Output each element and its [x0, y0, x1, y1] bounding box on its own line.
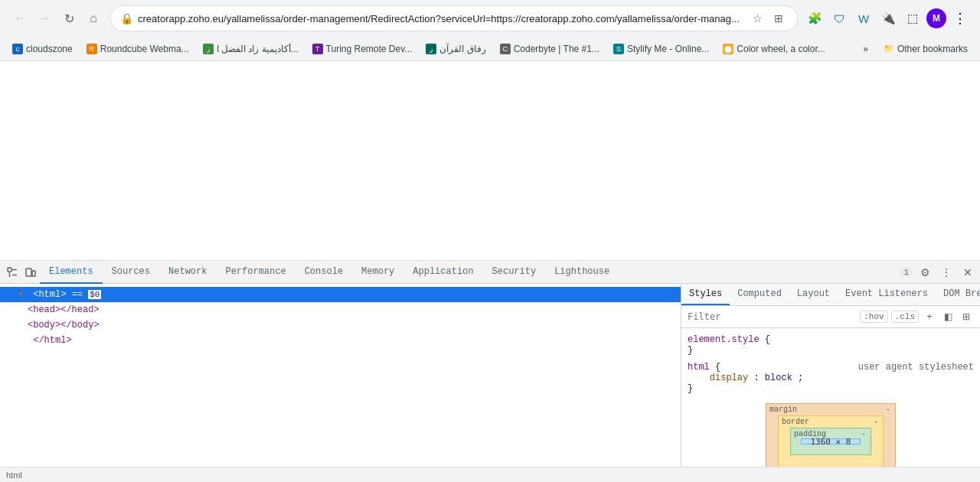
filter-input[interactable] [688, 311, 855, 322]
address-bar-container: 🔒 ☆ ⊞ [110, 5, 798, 31]
dom-line-head[interactable]: <head></head> [0, 302, 681, 318]
forward-button[interactable]: → [34, 8, 55, 29]
favicon-zad: ز [203, 44, 214, 54]
bookmark-label: Color wheel, a color... [737, 44, 825, 54]
back-button[interactable]: ← [9, 8, 31, 29]
tab-application[interactable]: Application [403, 261, 482, 284]
dom-line-html[interactable]: ▼ <html> == $0 [0, 287, 681, 302]
devtools-more-button[interactable]: ⋮ [937, 263, 956, 282]
filter-toggle-button[interactable]: ◧ [940, 309, 956, 324]
bookmark-quran[interactable]: ر رفاق القرآن [420, 41, 492, 57]
qr-button[interactable]: ⊞ [769, 9, 788, 28]
svg-rect-5 [32, 271, 35, 276]
css-rule-element-style: element.style { } [688, 334, 974, 356]
css-comment-user-agent: user agent stylesheet [858, 362, 974, 373]
menu-button[interactable]: ⋮ [949, 8, 971, 29]
devtools-body: ▼ <html> == $0 <head></head> <body></bod… [0, 284, 980, 467]
dom-line-body[interactable]: <body></body> [0, 318, 681, 333]
bookmark-label: cloudszone [26, 44, 73, 54]
bookmark-colorwheel[interactable]: ⬤ Color wheel, a color... [717, 41, 831, 57]
bookmark-roundcube[interactable]: R Roundcube Webma... [80, 41, 195, 57]
box-model-container: margin - border - padding - 1360 × 8 [688, 397, 974, 467]
main-page-area [0, 61, 980, 260]
bookmarks-more-button[interactable]: » [857, 41, 874, 57]
tab-lighthouse[interactable]: Lighthouse [545, 261, 619, 284]
browser-nav-bar: ← → ↻ ⌂ 🔒 ☆ ⊞ 🧩 🛡 W 🔌 ⬚ M ⋮ [0, 0, 980, 37]
tab-performance[interactable]: Performance [216, 261, 295, 284]
devtools-tab-actions: 1 ⚙ ⋮ ✕ [900, 263, 977, 282]
bookmark-coderbyte[interactable]: C Coderbyte | The #1... [494, 41, 606, 57]
status-bar: html [0, 467, 980, 482]
expand-arrow-html: ▼ [18, 288, 28, 301]
filter-bar: :hov .cls + ◧ ⊞ [681, 306, 980, 328]
bookmark-label: Coderbyte | The #1... [514, 44, 599, 54]
devtools-settings-button[interactable]: ⚙ [916, 263, 934, 282]
address-actions: ☆ ⊞ [748, 9, 788, 28]
notification-badge: 1 [900, 267, 913, 278]
filter-add-button[interactable]: + [922, 309, 937, 324]
lock-icon: 🔒 [120, 12, 133, 24]
box-model: margin - border - padding - 1360 × 8 [766, 403, 896, 467]
filter-grid-button[interactable]: ⊞ [959, 309, 974, 324]
avatar[interactable]: M [926, 8, 946, 28]
devtools-panel: Elements Sources Network Performance Con… [0, 260, 980, 467]
devtools-tabs-bar: Elements Sources Network Performance Con… [0, 261, 980, 284]
favicon-quran: ر [426, 44, 436, 54]
bookmarks-bar: c cloudszone R Roundcube Webma... ز أكاد… [0, 37, 980, 61]
tab-memory[interactable]: Memory [352, 261, 403, 284]
svg-rect-0 [8, 268, 11, 272]
tab-security[interactable]: Security [483, 261, 546, 284]
home-button[interactable]: ⌂ [83, 8, 104, 29]
favicon-colorwheel: ⬤ [723, 44, 733, 54]
bookmark-star-button[interactable]: ☆ [748, 9, 766, 28]
extension2-button[interactable]: 🔌 [877, 8, 899, 29]
tab-console[interactable]: Console [296, 261, 352, 284]
status-element-label: html [6, 471, 22, 480]
reload-button[interactable]: ↻ [58, 8, 80, 29]
styles-tab-event-listeners[interactable]: Event Listeners [838, 284, 936, 305]
address-input[interactable] [138, 13, 743, 24]
favicon-cloudszone: c [12, 44, 23, 54]
favicon-turing: T [312, 44, 323, 54]
filter-hov-badge[interactable]: :hov [860, 311, 887, 323]
tab-sources[interactable]: Sources [103, 261, 159, 284]
dom-panel: ▼ <html> == $0 <head></head> <body></bod… [0, 284, 681, 467]
dom-line-html-close[interactable]: ▼ </html> [0, 333, 681, 348]
nav-buttons: ← → ↻ ⌂ [9, 8, 104, 29]
box-content-size: 1360 × 8 [811, 437, 851, 447]
devtools-device-toggle-button[interactable] [21, 263, 40, 282]
styles-panel: Styles Computed Layout Event Listeners D… [681, 284, 980, 467]
bookmark-other-label: Other bookmarks [897, 44, 968, 54]
favicon-coderbyte: C [500, 44, 511, 54]
extensions-button[interactable]: 🧩 [804, 8, 825, 29]
bookmarks-more: » 📁 Other bookmarks [857, 41, 974, 57]
bookmark-cloudszone[interactable]: c cloudszone [6, 41, 79, 57]
styles-tab-computed[interactable]: Computed [730, 284, 789, 305]
tab-network[interactable]: Network [159, 261, 216, 284]
styles-content: element.style { } html { user agent styl… [681, 328, 980, 467]
svg-rect-4 [26, 269, 31, 276]
tab-elements[interactable]: Elements [40, 261, 103, 284]
favicon-stylify: S [613, 44, 624, 54]
sidebar-button[interactable]: ⬚ [902, 8, 923, 29]
styles-tab-styles[interactable]: Styles [681, 284, 730, 305]
favicon-roundcube: R [87, 44, 97, 54]
bookmark-turing[interactable]: T Turing Remote Dev... [306, 41, 419, 57]
bookmark-label: أكاديمية زاد الفضل ا... [217, 44, 299, 54]
css-rule-html: html { user agent stylesheet display : b… [688, 362, 974, 394]
bookmark-label: رفاق القرآن [439, 44, 485, 54]
margin-label: margin [769, 405, 797, 414]
bookmark-stylify[interactable]: S Stylify Me - Online... [607, 41, 715, 57]
styles-tab-dom-breakpoints[interactable]: DOM Breakpoints [936, 284, 980, 305]
browser-actions: 🧩 🛡 W 🔌 ⬚ M ⋮ [804, 8, 971, 29]
devtools-close-button[interactable]: ✕ [959, 263, 977, 282]
filter-cls-badge[interactable]: .cls [891, 311, 919, 323]
box-content: 1360 × 8 [801, 438, 861, 445]
shield-button[interactable]: 🛡 [828, 8, 850, 29]
border-label: border [782, 418, 809, 426]
bookmark-zad[interactable]: ز أكاديمية زاد الفضل ا... [197, 41, 305, 57]
bookmarks-other[interactable]: 📁 Other bookmarks [877, 41, 974, 57]
devtools-select-element-button[interactable] [3, 263, 21, 282]
wordpress-button[interactable]: W [853, 8, 874, 29]
styles-tab-layout[interactable]: Layout [789, 284, 838, 305]
